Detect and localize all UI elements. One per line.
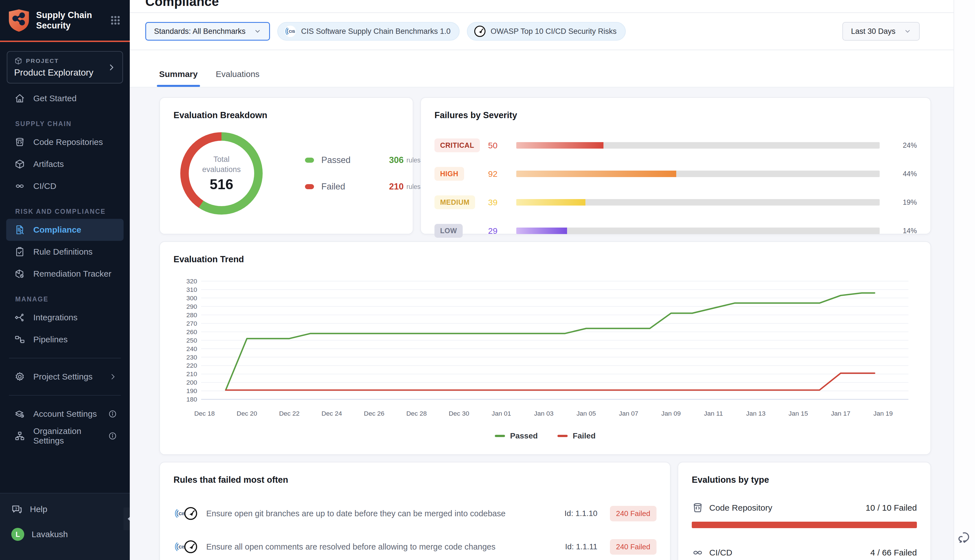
svg-text:230: 230 [187, 353, 197, 361]
sidebar: Supply Chain Security PROJECT Product Ex… [0, 0, 130, 560]
user-menu[interactable]: L Lavakush [11, 528, 119, 541]
severity-count: 39 [488, 198, 516, 207]
rules-failed-card: Rules that failed most often CISEnsure o… [159, 462, 671, 560]
svg-text:260: 260 [187, 328, 197, 335]
filter-bar: Standards: All Benchmarks CIS CIS Softwa… [130, 13, 953, 50]
svg-text:Jan 01: Jan 01 [492, 410, 511, 417]
legend-dash-icon [558, 435, 568, 437]
filter-chip-owasp[interactable]: OWASP Top 10 CI/CD Security Risks [467, 22, 626, 41]
evaluation-trend-title: Evaluation Trend [174, 254, 917, 265]
donut-total-label: Total evaluations [196, 154, 247, 175]
failures-by-severity-card: Failures by Severity CRITICAL5024%HIGH92… [420, 97, 931, 234]
svg-text:Jan 07: Jan 07 [619, 410, 638, 417]
sidebar-item-pipelines[interactable]: Pipelines [6, 328, 124, 350]
nav-divider [9, 358, 121, 358]
trend-legend-label: Failed [573, 432, 596, 440]
chevron-down-icon [904, 28, 911, 35]
svg-text:CIS: CIS [289, 29, 296, 33]
evaluation-breakdown-card: Evaluation Breakdown Total evaluations 5… [159, 97, 413, 234]
sidebar-item-rule-definitions[interactable]: Rule Definitions [6, 241, 124, 263]
right-rail [953, 0, 975, 560]
sidebar-item-remediation-tracker[interactable]: Remediation Tracker [6, 263, 124, 285]
severity-count: 50 [488, 141, 516, 150]
avatar: L [11, 528, 24, 541]
filter-chip-cis[interactable]: CIS CIS Software Supply Chain Benchmarks… [277, 22, 459, 41]
svg-text:190: 190 [187, 387, 197, 395]
sidebar-item-ci-cd[interactable]: CI/CD [6, 175, 124, 197]
sidebar-item-label: Account Settings [33, 409, 97, 419]
rule-row[interactable]: CISEnsure open git branches are up to da… [174, 502, 656, 526]
svg-text:Jan 05: Jan 05 [576, 410, 596, 417]
pipeline-icon [14, 334, 25, 345]
svg-text:Dec 24: Dec 24 [321, 410, 342, 417]
chevron-right-icon [107, 63, 116, 72]
type-bar [692, 522, 917, 528]
sidebar-item-compliance[interactable]: Compliance [6, 219, 124, 241]
standards-dropdown[interactable]: Standards: All Benchmarks [145, 22, 270, 41]
svg-text:320: 320 [187, 277, 197, 285]
gear-icon [14, 371, 25, 382]
clipboard-check-icon [14, 246, 25, 257]
box-wrench-icon [14, 268, 25, 280]
type-row-ci-cd: CI/CD4 / 66 Failed [692, 547, 917, 560]
sidebar-item-code-repositories[interactable]: Code Repositories [6, 131, 124, 153]
svg-text:?: ? [15, 507, 17, 511]
repo-icon [14, 137, 25, 148]
cis-logo-icon: CIS [284, 25, 297, 38]
type-failed-value: 10 / 10 Failed [866, 503, 917, 513]
breakdown-legend-item: Failed210rules [305, 182, 421, 192]
collapse-arrow-icon [126, 516, 130, 522]
legend-unit: rules [407, 183, 421, 191]
home-icon [14, 93, 25, 104]
legend-label: Failed [321, 182, 372, 192]
standards-dropdown-value: Standards: All Benchmarks [154, 27, 245, 36]
sidebar-item-help[interactable]: ? Help [11, 503, 119, 515]
tab-summary[interactable]: Summary [159, 69, 198, 87]
sidebar-collapse-button[interactable] [124, 508, 130, 530]
svg-text:Dec 20: Dec 20 [237, 410, 257, 417]
evaluation-donut-chart: Total evaluations 516 [180, 132, 263, 215]
infinity-icon [14, 180, 25, 192]
severity-count: 29 [488, 226, 516, 236]
svg-text:Dec 28: Dec 28 [406, 410, 427, 417]
failures-by-severity-title: Failures by Severity [434, 110, 917, 120]
svg-text:Jan 11: Jan 11 [704, 410, 723, 417]
filter-chip-cis-label: CIS Software Supply Chain Benchmarks 1.0 [301, 27, 451, 36]
svg-text:220: 220 [187, 362, 197, 369]
sidebar-item-integrations[interactable]: Integrations [6, 307, 124, 328]
sidebar-footer: ? Help L Lavakush [0, 493, 130, 560]
svg-text:310: 310 [187, 286, 197, 293]
svg-text:Jan 15: Jan 15 [788, 410, 808, 417]
rule-row[interactable]: CISEnsure all open comments are resolved… [174, 535, 656, 559]
tab-evaluations[interactable]: Evaluations [216, 69, 260, 87]
svg-text:Jan 19: Jan 19 [873, 410, 893, 417]
project-selector[interactable]: PROJECT Product Exploratory [7, 51, 123, 83]
infinity-icon [692, 547, 704, 558]
type-label: CI/CD [709, 548, 732, 557]
rule-failed-badge: 240 Failed [610, 539, 656, 555]
svg-text:Dec 18: Dec 18 [194, 410, 215, 417]
chat-button[interactable] [957, 530, 972, 545]
svg-text:240: 240 [187, 345, 197, 352]
sidebar-item-get-started[interactable]: Get Started [6, 87, 124, 109]
severity-badge: MEDIUM [434, 195, 475, 209]
sidebar-item-project-settings[interactable]: Project Settings [6, 366, 124, 388]
owasp-logo-icon [184, 540, 198, 554]
sidebar-item-label: Code Repositories [33, 137, 103, 147]
severity-percent: 44% [891, 170, 917, 178]
app-logo-shield-icon [8, 8, 30, 32]
severity-bar [516, 171, 880, 177]
sidebar-item-account-settings[interactable]: Account Settings [6, 403, 124, 425]
app-grid-icon[interactable] [109, 14, 122, 27]
owasp-logo-icon [474, 25, 486, 38]
severity-badge: LOW [434, 224, 462, 238]
sidebar-item-organization-settings[interactable]: Organization Settings [6, 425, 124, 447]
rule-text: Ensure all open comments are resolved be… [206, 542, 549, 552]
help-icon: ? [11, 503, 23, 515]
evaluations-by-type-title: Evalutions by type [692, 475, 917, 485]
date-range-dropdown[interactable]: Last 30 Days [842, 22, 920, 41]
rule-id: Id: 1.1.11 [549, 542, 598, 551]
rules-failed-title: Rules that failed most often [174, 475, 656, 485]
severity-row-low: LOW2914% [434, 224, 917, 238]
sidebar-item-artifacts[interactable]: Artifacts [6, 153, 124, 175]
